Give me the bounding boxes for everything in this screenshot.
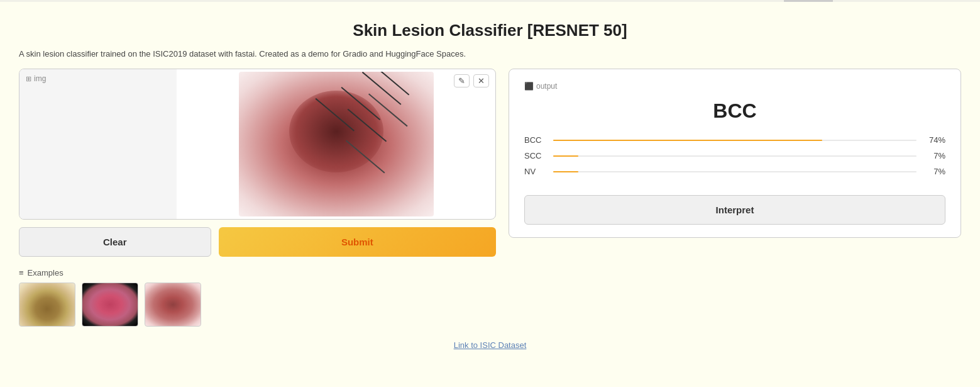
output-label-text: output <box>536 82 557 91</box>
bar-track-bcc <box>553 140 917 141</box>
bar-label-scc: SCC <box>524 151 547 160</box>
bars-container: BCC74%SCC7%NV7% <box>524 135 945 176</box>
bar-fill-nv <box>553 171 578 172</box>
lesion-image <box>177 69 495 219</box>
bar-pct-scc: 7% <box>923 151 945 160</box>
bar-label-nv: NV <box>524 167 547 176</box>
image-action-icons: ✎ ✕ <box>454 74 489 87</box>
examples-label: ≡ Examples <box>19 268 496 278</box>
examples-icon: ≡ <box>19 268 24 278</box>
footer: Link to ISIC Dataset <box>19 340 961 350</box>
examples-text: Examples <box>28 268 63 278</box>
bar-row-scc: SCC7% <box>524 151 945 160</box>
bar-pct-bcc: 74% <box>923 135 945 145</box>
isic-dataset-link[interactable]: Link to ISIC Dataset <box>454 340 527 350</box>
bar-fill-bcc <box>553 140 822 141</box>
clear-button[interactable]: Clear <box>19 227 211 257</box>
left-panel: ⊞ img ✎ ✕ Clear Submit <box>19 69 496 327</box>
bar-label-bcc: BCC <box>524 135 547 145</box>
bar-pct-nv: 7% <box>923 167 945 176</box>
output-box: ⬛ output BCC BCC74%SCC7%NV7% Interpret <box>509 69 961 238</box>
bar-row-nv: NV7% <box>524 167 945 176</box>
right-panel: ⬛ output BCC BCC74%SCC7%NV7% Interpret <box>509 69 961 238</box>
image-placeholder <box>19 69 177 219</box>
output-prediction: BCC <box>524 99 945 123</box>
bar-row-bcc: BCC74% <box>524 135 945 145</box>
main-content: ⊞ img ✎ ✕ Clear Submit <box>19 69 961 327</box>
edit-image-button[interactable]: ✎ <box>454 74 470 87</box>
action-buttons: Clear Submit <box>19 227 496 257</box>
examples-section: ≡ Examples <box>19 268 496 327</box>
bar-fill-scc <box>553 155 578 157</box>
image-upload-area[interactable]: ⊞ img ✎ ✕ <box>19 69 496 220</box>
examples-grid <box>19 283 496 327</box>
close-image-button[interactable]: ✕ <box>473 74 489 87</box>
example-thumb-1[interactable] <box>19 283 75 327</box>
image-icon: ⊞ <box>26 75 31 83</box>
page-title: Skin Lesion Classifier [RESNET 50] <box>19 21 961 40</box>
output-icon: ⬛ <box>524 82 534 91</box>
interpret-button[interactable]: Interpret <box>524 195 945 225</box>
example-thumb-3[interactable] <box>145 283 201 327</box>
bar-track-scc <box>553 155 917 157</box>
image-label: ⊞ img <box>26 74 46 83</box>
example-thumb-2[interactable] <box>82 283 138 327</box>
output-label: ⬛ output <box>524 82 945 91</box>
bar-track-nv <box>553 171 917 172</box>
page-subtitle: A skin lesion classifier trained on the … <box>19 49 961 59</box>
submit-button[interactable]: Submit <box>219 227 496 257</box>
lesion-image-visual <box>239 72 434 216</box>
